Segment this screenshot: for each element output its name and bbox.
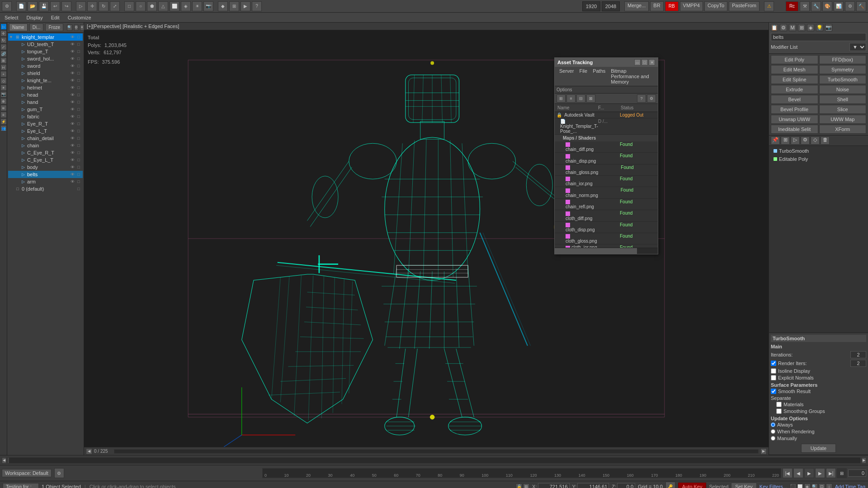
spacewarp-btn[interactable]: ≋ [0,105,7,111]
tree-item-chain-detail[interactable]: ▷ chain_detail 👁□ [8,135,83,142]
tree-item-head[interactable]: ▷ head 👁□ [8,91,83,99]
shell-btn[interactable]: Shell [819,95,867,104]
tool4-icon[interactable]: 📊 [834,1,844,11]
tool1-icon[interactable]: ⚒ [800,1,810,11]
tree-item-default[interactable]: □ 0 (default) □ [8,185,83,192]
frame-input[interactable] [848,469,866,477]
select-tool-btn[interactable]: ▷ [0,23,7,30]
teapot-icon[interactable]: ◈ [181,1,191,11]
at-restore-btn[interactable]: □ [642,59,648,66]
bind-tool-btn[interactable]: ⊞ [0,57,7,64]
close-hierarchy-icon[interactable]: ✕ [80,24,84,31]
modifier-dropdown[interactable]: ▼ [849,43,866,51]
at-paths-menu[interactable]: Paths [590,67,608,85]
ts-materials-checkbox[interactable] [776,402,782,407]
customize-menu[interactable]: Customize [65,14,94,21]
at-tb-btn6[interactable]: ⚙ [647,94,656,103]
render-icon[interactable]: ▶ [241,1,250,11]
go-to-end-btn[interactable]: ▶| [826,468,836,478]
scale-tool-btn[interactable]: ⤢ [0,44,7,50]
material-icon[interactable]: ◆ [218,1,228,11]
helper-btn[interactable]: ⊕ [0,98,7,104]
settings-icon[interactable]: ⚙ [74,24,78,31]
plane-icon[interactable]: ⬜ [170,1,179,11]
select-menu[interactable]: Select [2,14,21,21]
at-close-btn[interactable]: ✕ [649,59,655,66]
go-to-start-btn[interactable]: |◀ [783,468,793,478]
at-tb-btn2[interactable]: ≡ [566,94,576,103]
vb-next-btn[interactable]: ▶ [760,448,767,455]
xform-btn[interactable]: XForm [819,125,867,134]
at-bitmap-menu[interactable]: Bitmap Performance and Memory [608,67,656,85]
bevel-profile-btn[interactable]: Bevel Profile [771,105,818,114]
filter-icon[interactable]: 🔍 [67,24,72,31]
ts-iterations-input[interactable] [850,351,866,358]
tree-item-shield[interactable]: ▷ shield 👁□ [8,70,83,77]
at-file-cloth-diff[interactable]: cloth_diff.png Found [555,210,658,221]
undo-icon[interactable]: ↩ [50,1,60,11]
merge-btn[interactable]: Merge... [624,1,649,11]
ts-when-rendering-radio[interactable] [771,429,775,434]
tree-item-c-eye-r[interactable]: ▷ C_Eye_R_T 👁□ [8,149,83,156]
warning-icon[interactable]: ⚠ [764,1,774,11]
panel-icon3[interactable]: M [789,24,796,31]
at-template-row[interactable]: 📄 Knight_Templar_T-Pose_... D /... [555,118,658,135]
at-file-cloth-ior[interactable]: cloth_ior.png Found [555,244,658,248]
create-btn[interactable]: + [0,71,7,77]
ineditable-selit-btn[interactable]: Ineditable Selit [771,125,818,134]
nav-btn5[interactable]: ⊡ [819,483,825,488]
modifier-tool-btn[interactable]: ≡ [0,112,7,118]
ts-explicit-normals-checkbox[interactable] [771,375,776,380]
at-minimize-btn[interactable]: — [634,59,641,66]
ts-render-iters-input[interactable] [850,360,866,367]
at-file-cloth-gloss[interactable]: cloth_gloss.png Found [555,233,658,244]
sphere-icon[interactable]: ○ [136,1,146,11]
tree-item-sword[interactable]: ▷ sword 👁□ [8,62,83,70]
tree-item-belts[interactable]: ▷ belts 👁□ [8,171,83,178]
symmetry-btn[interactable]: Symmetry [819,65,867,74]
tree-item-ud-teeth[interactable]: ▷ UD_teeth_T 👁 □ [8,41,83,48]
panel-icon6[interactable]: 💡 [816,24,823,31]
nav-btn4[interactable]: 🔍 [811,483,818,488]
save-icon[interactable]: 💾 [39,1,49,11]
viewport-canvas[interactable]: Total Polys: 1,203,845 Verts: 612,797 FP… [84,30,769,447]
cone-icon[interactable]: △ [158,1,168,11]
ts-smooth-result-checkbox[interactable] [771,389,776,394]
timeline-right-btn[interactable]: ▶ [862,457,866,464]
di-tab[interactable]: Di... [29,23,44,31]
camera-icon[interactable]: 📷 [203,1,213,11]
edit-spline-btn[interactable]: Edit Spline [771,75,818,84]
bevel-btn[interactable]: Bevel [771,95,818,104]
light-tool-btn[interactable]: ☀ [0,84,7,91]
tree-item-gum[interactable]: ▷ gum_T 👁□ [8,106,83,113]
next-frame-btn[interactable]: ▶ [815,468,825,478]
tree-item-hand[interactable]: ▷ hand 👁□ [8,99,83,106]
key-icon[interactable]: 🔑 [665,482,675,488]
panel-icon4[interactable]: ⊞ [798,24,805,31]
br-btn[interactable]: BR [650,1,663,11]
at-file-chain-refl[interactable]: chain_refl.png Found [555,199,658,210]
at-titlebar[interactable]: Asset Tracking — □ ✕ [555,58,658,67]
object-name-input[interactable] [771,33,866,41]
vmpp4-btn[interactable]: VMPP4 [680,1,703,11]
tree-item-knight-te[interactable]: ▷ knight_te... 👁□ [8,77,83,84]
prev-frame-btn[interactable]: ◀ [793,468,803,478]
scale-icon[interactable]: ⤢ [110,1,120,11]
extrude-btn[interactable]: Extrude [771,85,818,94]
tree-item-body[interactable]: ▷ body 👁□ [8,164,83,171]
cylinder-icon[interactable]: ⬟ [147,1,157,11]
set-key-btn[interactable]: Set Key [731,483,757,488]
edit-mesh-btn[interactable]: Edit Mesh [771,65,818,74]
slice-btn[interactable]: Slice [819,105,867,114]
stack-item-editable-poly[interactable]: Editable Poly [771,155,866,163]
timeline-left-btn[interactable]: ◀ [2,457,6,464]
tree-item-eye-r[interactable]: ▷ Eye_R_T 👁□ [8,120,83,127]
lock-icon[interactable]: 🔒 [516,483,522,488]
help-icon[interactable]: ? [252,1,262,11]
timeline-track[interactable] [7,457,861,464]
auto-key-btn[interactable]: Auto Key [678,483,707,488]
stack-remove-btn[interactable]: 🗑 [821,136,830,145]
at-server-menu[interactable]: Server [557,67,576,85]
stack-active-btn[interactable]: ▷ [791,136,800,145]
unwrap-uww-btn[interactable]: Unwrap UWW [771,115,818,124]
